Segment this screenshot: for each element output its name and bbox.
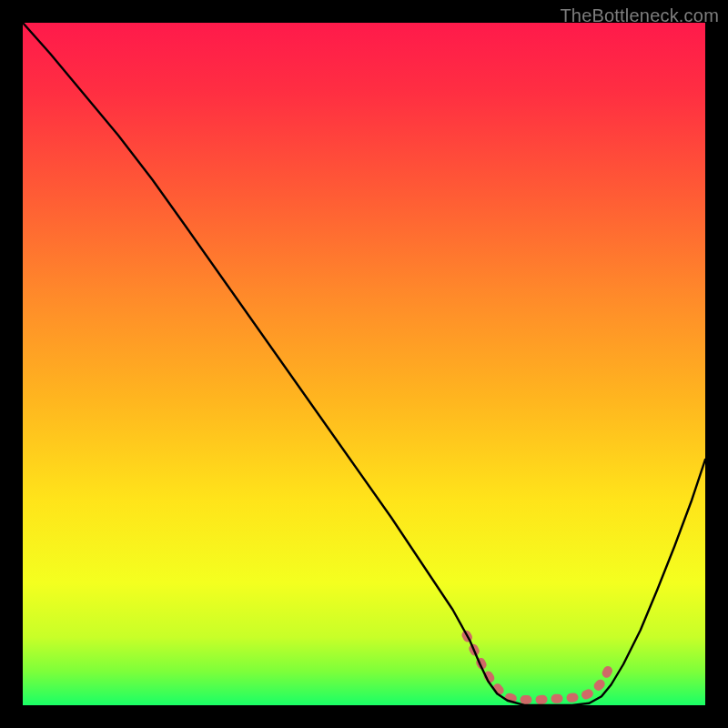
attribution-text: TheBottleneck.com <box>560 5 719 26</box>
chart-lines-layer <box>23 23 705 705</box>
chart-plot-area <box>23 23 705 705</box>
main-curve-line <box>23 23 705 705</box>
highlight-dotted-segment <box>467 635 609 700</box>
